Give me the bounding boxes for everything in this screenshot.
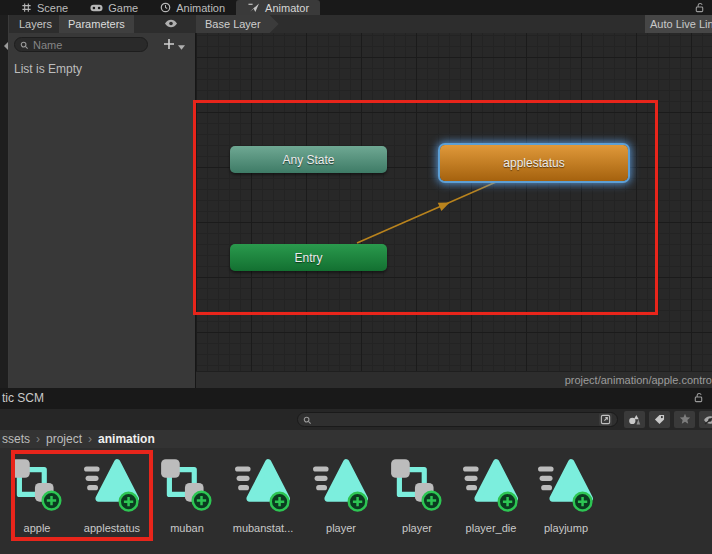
state-node-applestatus[interactable]: applestatus — [440, 145, 628, 181]
asset-item[interactable]: player_die — [454, 454, 528, 534]
asset-item[interactable]: mubanstat... — [226, 454, 300, 534]
tab-animator[interactable]: Animator — [236, 0, 320, 15]
gamepad-icon — [90, 3, 103, 13]
asset-label: apple — [24, 522, 51, 534]
animation-clip-icon — [83, 454, 141, 516]
asset-item[interactable]: apple — [0, 454, 74, 534]
tab-plastic-scm[interactable]: tic SCM — [2, 388, 44, 409]
animator-toolbar: Layers Parameters Base Layer Auto Live L… — [0, 15, 712, 34]
asset-label: applestatus — [84, 522, 140, 534]
asset-label: muban — [170, 522, 204, 534]
animation-clip-icon — [312, 454, 370, 516]
state-node-entry[interactable]: Entry — [230, 244, 387, 271]
asset-item[interactable]: muban — [150, 454, 224, 534]
add-parameter-button[interactable] — [163, 36, 175, 54]
star-icon — [679, 411, 691, 429]
animator-controller-icon — [158, 454, 216, 516]
search-icon — [20, 36, 29, 54]
animation-clip-icon — [234, 454, 292, 516]
grid-icon — [21, 2, 32, 13]
parameters-panel: List is Empty — [8, 33, 196, 388]
project-breadcrumb: ssets›project›animation — [0, 430, 712, 448]
controller-path-status: project/animation/apple.contro — [196, 371, 712, 388]
parameter-search-field[interactable] — [14, 37, 148, 52]
auto-live-link-button[interactable]: Auto Live Lin — [645, 15, 712, 33]
eye-slash-button[interactable] — [699, 411, 712, 428]
breadcrumb-item-project[interactable]: project — [46, 432, 82, 446]
breadcrumb-item-animation[interactable]: animation — [98, 432, 155, 446]
project-search-field[interactable] — [297, 412, 618, 427]
state-machine-canvas[interactable]: Any StateapplestatusEntry project/animat… — [196, 33, 712, 388]
animator-controller-icon — [388, 454, 446, 516]
breadcrumb-item-ssets[interactable]: ssets — [2, 432, 30, 446]
tab-scene[interactable]: Scene — [10, 0, 79, 15]
collapsed-panel-edge[interactable] — [0, 15, 9, 388]
animator-controller-icon — [8, 454, 66, 516]
tag-button[interactable] — [649, 411, 670, 428]
asset-label: player_die — [466, 522, 517, 534]
search-input[interactable] — [33, 39, 142, 51]
search-icon — [303, 411, 312, 429]
star-button[interactable] — [674, 411, 695, 428]
chevron-right-icon: › — [36, 432, 40, 446]
project-toolbar — [0, 409, 712, 430]
project-tabbar: tic SCM — [0, 388, 712, 409]
lock-icon[interactable] — [694, 2, 705, 13]
tab-game[interactable]: Game — [79, 0, 149, 15]
lock-icon[interactable] — [693, 392, 704, 403]
chevron-right-icon: › — [88, 432, 92, 446]
breadcrumb-base-layer[interactable]: Base Layer — [196, 15, 279, 33]
window-tabbar: SceneGameAnimationAnimator — [0, 0, 712, 15]
asset-item[interactable]: player — [380, 454, 454, 534]
asset-item[interactable]: playjump — [529, 454, 603, 534]
chevron-down-icon[interactable] — [178, 36, 185, 54]
asset-item[interactable]: applestatus — [75, 454, 149, 534]
animation-clip-icon — [537, 454, 595, 516]
parameters-empty-message: List is Empty — [14, 62, 82, 76]
collapse-arrow-icon — [0, 42, 8, 50]
animation-clip-icon — [462, 454, 520, 516]
open-window-icon[interactable] — [599, 413, 612, 426]
animator-icon — [247, 2, 260, 13]
asset-label: player — [402, 522, 432, 534]
tab-parameters[interactable]: Parameters — [59, 15, 134, 33]
tag-icon — [654, 411, 665, 429]
project-search-input[interactable] — [316, 414, 595, 426]
asset-grid: appleapplestatusmubanmubanstat...playerp… — [0, 448, 712, 554]
transition-arrow[interactable] — [196, 33, 712, 388]
tab-animation[interactable]: Animation — [149, 0, 236, 15]
eye-icon[interactable] — [164, 19, 178, 28]
asset-item[interactable]: player — [304, 454, 378, 534]
asset-label: player — [326, 522, 356, 534]
unity-editor: SceneGameAnimationAnimator Layers Parame… — [0, 0, 712, 554]
asset-label: mubanstat... — [233, 522, 294, 534]
shapes-icon — [628, 411, 641, 429]
shapes-button[interactable] — [624, 411, 645, 428]
clock-icon — [160, 2, 171, 13]
state-node-any-state[interactable]: Any State — [230, 146, 387, 173]
asset-label: playjump — [544, 522, 588, 534]
tab-layers[interactable]: Layers — [10, 15, 61, 33]
eye-slash-icon — [703, 411, 712, 429]
animator-body: List is Empty Any StateapplestatusEntry … — [0, 33, 712, 388]
